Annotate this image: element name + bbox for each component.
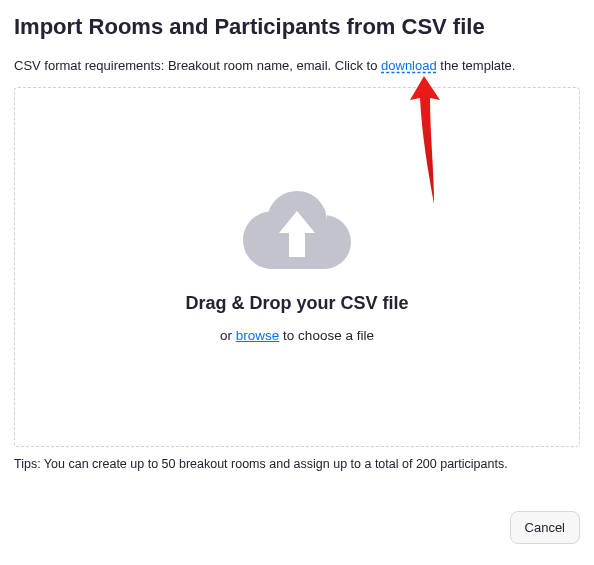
- cloud-upload-icon: [243, 191, 351, 269]
- drop-title: Drag & Drop your CSV file: [185, 293, 408, 314]
- dialog-title: Import Rooms and Participants from CSV f…: [14, 14, 580, 40]
- drop-sub-suffix: to choose a file: [279, 328, 374, 343]
- download-template-link[interactable]: download: [381, 58, 437, 73]
- drop-sub-prefix: or: [220, 328, 236, 343]
- browse-link[interactable]: browse: [236, 328, 280, 343]
- instructions-suffix: the template.: [437, 58, 516, 73]
- drop-subtitle: or browse to choose a file: [220, 328, 374, 343]
- csv-instructions: CSV format requirements: Breakout room n…: [14, 58, 580, 73]
- instructions-prefix: CSV format requirements: Breakout room n…: [14, 58, 381, 73]
- cancel-button[interactable]: Cancel: [510, 511, 580, 544]
- tips-text: Tips: You can create up to 50 breakout r…: [14, 457, 580, 471]
- csv-dropzone[interactable]: Drag & Drop your CSV file or browse to c…: [14, 87, 580, 447]
- dialog-footer: Cancel: [14, 511, 580, 544]
